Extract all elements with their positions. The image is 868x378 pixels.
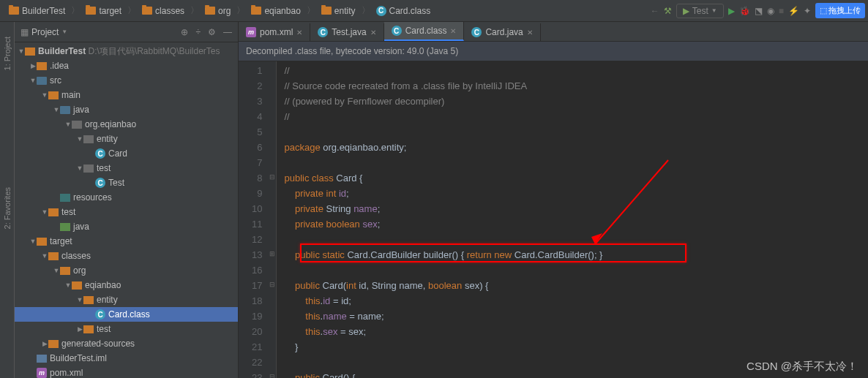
decompile-banner: Decompiled .class file, bytecode version… xyxy=(239,42,868,61)
upload-button[interactable]: ⬚拖拽上传 xyxy=(815,3,865,18)
bc-classes[interactable]: classes xyxy=(139,4,187,18)
rail-project[interactable]: 1: Project xyxy=(3,37,12,70)
bc-target[interactable]: target xyxy=(83,4,124,18)
tree-pkg[interactable]: ▼org.eqianbao xyxy=(15,117,238,132)
tree-pom[interactable]: mpom.xml xyxy=(15,366,238,378)
tree-cardclass[interactable]: CCard.class xyxy=(15,307,238,322)
tree-org[interactable]: ▼org xyxy=(15,263,238,278)
bc-eqianbao[interactable]: eqianbao xyxy=(248,4,303,18)
tree-target[interactable]: ▼target xyxy=(15,234,238,249)
rail-favorites[interactable]: 2: Favorites xyxy=(3,187,12,229)
line-gutter: 123456789101112131617181920212223 xyxy=(239,61,268,378)
tree-resources[interactable]: resources xyxy=(15,190,238,205)
run-icon[interactable]: ▶ xyxy=(728,6,735,16)
tool-icon[interactable]: ⚡ xyxy=(788,6,799,16)
project-tree[interactable]: ▼BuilderTest D:\项目代码\RabbitMQ\BuilderTes… xyxy=(15,42,238,378)
close-icon[interactable]: ✕ xyxy=(527,29,533,37)
tab-test[interactable]: CTest.java✕ xyxy=(310,23,384,41)
close-icon[interactable]: ✕ xyxy=(370,29,376,37)
hammer-icon[interactable]: ⚒ xyxy=(664,6,672,16)
bc-entity[interactable]: entity xyxy=(318,4,359,18)
tree-classes[interactable]: ▼classes xyxy=(15,249,238,263)
tab-cardclass[interactable]: CCard.class✕ xyxy=(384,22,465,41)
bc-root[interactable]: BuilderTest xyxy=(6,4,68,18)
tree-eqianbao[interactable]: ▼eqianbao xyxy=(15,278,238,292)
watermark: CSDN @杀手不太冷！ xyxy=(747,360,858,374)
tab-pom[interactable]: mpom.xml✕ xyxy=(239,23,310,41)
coverage-icon[interactable]: ⬔ xyxy=(755,6,763,16)
panel-title: ▦Project▼ xyxy=(20,27,181,37)
back-icon[interactable]: ← xyxy=(651,6,659,16)
collapse-icon[interactable]: ÷ xyxy=(195,27,201,37)
tree-entity2[interactable]: ▼entity xyxy=(15,292,238,307)
fold-column[interactable]: ⊟⊞⊟⊟ xyxy=(268,61,277,378)
run-config-combo[interactable]: ▶Test▼ xyxy=(676,4,724,18)
hide-icon[interactable]: — xyxy=(223,27,232,37)
tree-idea[interactable]: ▶.idea xyxy=(15,58,238,73)
tree-gensrc[interactable]: ▶generated-sources xyxy=(15,336,238,351)
tree-testdir[interactable]: ▼test xyxy=(15,161,238,175)
code-editor[interactable]: 123456789101112131617181920212223 ⊟⊞⊟⊟ /… xyxy=(239,61,868,378)
close-icon[interactable]: ✕ xyxy=(450,27,456,35)
tree-iml[interactable]: BuilderTest.iml xyxy=(15,351,238,366)
breadcrumb[interactable]: BuilderTest〉 target〉 classes〉 org〉 eqian… xyxy=(0,4,651,18)
tree-testclass[interactable]: CTest xyxy=(15,175,238,190)
tree-card[interactable]: CCard xyxy=(15,146,238,161)
tree-java[interactable]: ▼java xyxy=(15,102,238,117)
target-icon[interactable]: ⊕ xyxy=(181,27,188,37)
tree-test2[interactable]: ▼test xyxy=(15,205,238,219)
editor-tabs: mpom.xml✕ CTest.java✕ CCard.class✕ CCard… xyxy=(239,22,868,42)
tree-src[interactable]: ▼src xyxy=(15,73,238,88)
gear-icon[interactable]: ⚙ xyxy=(208,27,216,37)
tree-java2[interactable]: java xyxy=(15,219,238,234)
bc-file[interactable]: CCard.class xyxy=(373,4,434,18)
stop-icon[interactable]: ■ xyxy=(779,6,784,16)
profile-icon[interactable]: ◉ xyxy=(767,6,774,16)
tree-testfolder[interactable]: ▶test xyxy=(15,322,238,336)
tool2-icon[interactable]: ✦ xyxy=(804,6,811,16)
close-icon[interactable]: ✕ xyxy=(296,29,302,37)
debug-icon[interactable]: 🐞 xyxy=(739,6,750,16)
tab-cardjava[interactable]: CCard.java✕ xyxy=(464,23,540,41)
tree-root[interactable]: ▼BuilderTest D:\项目代码\RabbitMQ\BuilderTes xyxy=(15,44,238,58)
tree-entity[interactable]: ▼entity xyxy=(15,132,238,146)
tree-main[interactable]: ▼main xyxy=(15,88,238,102)
bc-org[interactable]: org xyxy=(202,4,233,18)
